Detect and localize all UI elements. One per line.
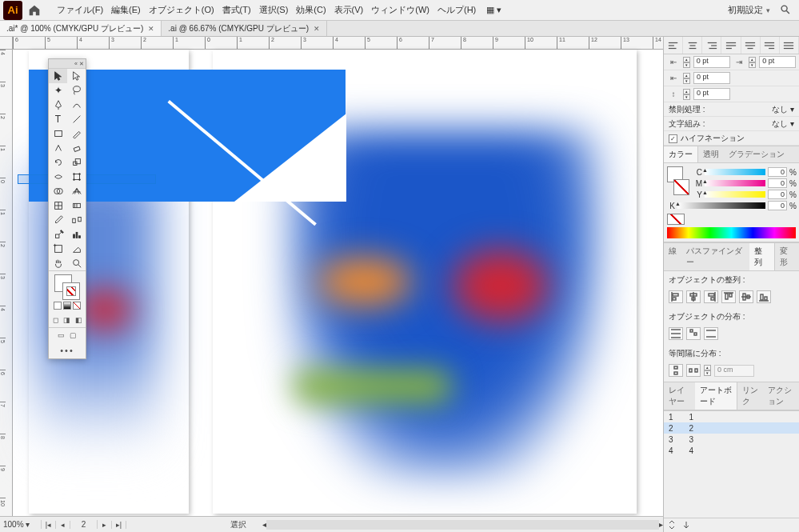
artboard-list-row[interactable]: 22 xyxy=(664,422,799,434)
cyan-field[interactable]: 0 xyxy=(768,167,787,177)
prev-artboard-btn[interactable]: ◂ xyxy=(56,521,70,529)
last-artboard-btn[interactable]: ▸| xyxy=(112,521,126,529)
dist-bottom-btn[interactable] xyxy=(704,327,718,340)
move-down-icon[interactable] xyxy=(681,520,691,531)
shape-builder-tool[interactable] xyxy=(49,184,67,198)
first-artboard-btn[interactable]: |◂ xyxy=(42,521,56,529)
hyphenation-checkbox[interactable]: ✓ハイフネーション xyxy=(669,133,745,144)
stepper[interactable]: ▴▾ xyxy=(749,57,756,68)
black-slider[interactable] xyxy=(677,202,765,209)
align-vcenter-btn[interactable] xyxy=(739,290,753,303)
ruler-origin[interactable] xyxy=(0,37,13,50)
menu-effect[interactable]: 効果(C) xyxy=(292,4,330,16)
align-left-btn[interactable] xyxy=(669,290,683,303)
dist-top-btn[interactable] xyxy=(669,327,683,340)
mesh-tool[interactable] xyxy=(49,198,67,213)
tab-links[interactable]: リンク xyxy=(737,382,763,410)
eraser-tool[interactable] xyxy=(67,141,86,155)
rotate-tool[interactable] xyxy=(49,155,67,170)
canvas-area[interactable]: 65432101234567891011121314151617181920 4… xyxy=(0,37,663,532)
tab-gradient[interactable]: グラデーション xyxy=(724,146,789,162)
artboard-list-row[interactable]: 44 xyxy=(664,445,799,456)
drawing-modes[interactable]: ◻◨◧ xyxy=(49,313,86,327)
zoom-tool[interactable] xyxy=(67,256,86,270)
reorder-icon[interactable] xyxy=(667,520,677,531)
edit-toolbar-btn[interactable]: ••• xyxy=(49,342,86,358)
justify-center-icon[interactable] xyxy=(741,37,761,54)
justify-all-icon[interactable] xyxy=(780,37,799,54)
width-tool[interactable] xyxy=(49,170,67,184)
free-transform-tool[interactable] xyxy=(67,170,86,184)
curvature-tool[interactable] xyxy=(67,98,86,112)
tab-align[interactable]: 整列 xyxy=(749,243,774,270)
align-hcenter-btn[interactable] xyxy=(686,290,701,303)
align-top-btn[interactable] xyxy=(721,290,736,303)
tab-actions[interactable]: アクション xyxy=(763,382,799,410)
fill-stroke-swatch[interactable] xyxy=(667,166,689,195)
magic-wand-tool[interactable]: ✦ xyxy=(49,83,67,98)
close-icon[interactable]: ✕ xyxy=(314,25,320,33)
arrange-docs-icon[interactable]: ▦ ▾ xyxy=(480,5,508,15)
tab-color[interactable]: カラー xyxy=(664,146,698,162)
tab-transparency[interactable]: 透明 xyxy=(698,146,724,162)
artboard-list-row[interactable]: 11 xyxy=(664,411,799,422)
distribute-spacing-field[interactable]: 0 cm xyxy=(714,365,754,377)
column-graph-tool[interactable] xyxy=(67,227,86,242)
menu-help[interactable]: ヘルプ(H) xyxy=(433,4,480,16)
magenta-field[interactable]: 0 xyxy=(768,178,787,188)
indent-right-field[interactable]: 0 pt xyxy=(759,56,796,68)
symbol-sprayer-tool[interactable] xyxy=(49,227,67,242)
stepper[interactable]: ▴▾ xyxy=(683,89,690,100)
scale-tool[interactable] xyxy=(67,155,86,170)
menu-file[interactable]: ファイル(F) xyxy=(53,4,107,16)
pen-tool[interactable] xyxy=(49,98,67,112)
align-right-icon[interactable] xyxy=(702,37,721,54)
stepper[interactable]: ▴▾ xyxy=(683,73,690,84)
hand-tool[interactable] xyxy=(49,256,67,270)
dist-vcenter-btn[interactable] xyxy=(686,327,701,340)
align-right-btn[interactable] xyxy=(704,290,718,303)
justify-right-icon[interactable] xyxy=(761,37,780,54)
tab-transform[interactable]: 変形 xyxy=(775,243,799,270)
none-color-swatch[interactable] xyxy=(667,214,685,225)
black-field[interactable]: 0 xyxy=(768,201,787,210)
screen-modes[interactable]: ▭▢ xyxy=(49,328,86,342)
rectangle-tool[interactable] xyxy=(49,126,67,141)
tools-panel-header[interactable]: «✕ xyxy=(49,59,86,69)
direct-selection-tool[interactable] xyxy=(67,69,86,83)
next-artboard-btn[interactable]: ▸ xyxy=(98,521,112,529)
color-spectrum[interactable] xyxy=(667,227,796,238)
magenta-slider[interactable] xyxy=(705,180,765,186)
close-icon[interactable]: ✕ xyxy=(148,25,154,33)
dist-h-spacing-btn[interactable] xyxy=(686,364,701,377)
menu-edit[interactable]: 編集(E) xyxy=(107,4,145,16)
tab-layers[interactable]: レイヤー xyxy=(664,382,695,410)
artboard-list-row[interactable]: 33 xyxy=(664,434,799,445)
tab-artboards[interactable]: アートボード xyxy=(695,382,737,410)
menu-object[interactable]: オブジェクト(O) xyxy=(145,4,218,16)
dist-v-spacing-btn[interactable] xyxy=(669,364,683,377)
document-viewport[interactable]: 総合評価 xyxy=(13,50,663,516)
home-icon[interactable] xyxy=(27,3,42,18)
zoom-level[interactable]: 100% ▾ xyxy=(0,520,42,529)
eyedropper-tool[interactable] xyxy=(49,213,67,227)
search-icon[interactable] xyxy=(775,4,796,17)
artboard-number-field[interactable]: 2 xyxy=(70,520,98,529)
align-center-icon[interactable] xyxy=(683,37,702,54)
menu-window[interactable]: ウィンドウ(W) xyxy=(367,4,433,16)
vertical-ruler[interactable]: 43210123456789101112 xyxy=(0,50,13,516)
paintbrush-tool[interactable] xyxy=(67,126,86,141)
type-tool[interactable]: T xyxy=(49,112,67,126)
horizontal-scrollbar[interactable]: ◂▸ xyxy=(262,520,663,530)
kinsoku-select[interactable]: なし ▾ xyxy=(772,104,794,115)
fill-stroke-controls[interactable] xyxy=(49,271,86,313)
stepper[interactable]: ▴▾ xyxy=(704,365,711,376)
tools-panel[interactable]: «✕ ✦ T ◻◨◧ ▭▢ xyxy=(48,58,86,359)
selection-tool[interactable] xyxy=(49,69,67,83)
menu-type[interactable]: 書式(T) xyxy=(218,4,255,16)
justify-left-icon[interactable] xyxy=(721,37,741,54)
document-tab-2[interactable]: .ai @ 66.67% (CMYK/GPU プレビュー) ✕ xyxy=(162,21,327,36)
align-bottom-btn[interactable] xyxy=(757,290,771,303)
space-before-field[interactable]: 0 pt xyxy=(693,88,730,100)
align-left-icon[interactable] xyxy=(664,37,683,54)
